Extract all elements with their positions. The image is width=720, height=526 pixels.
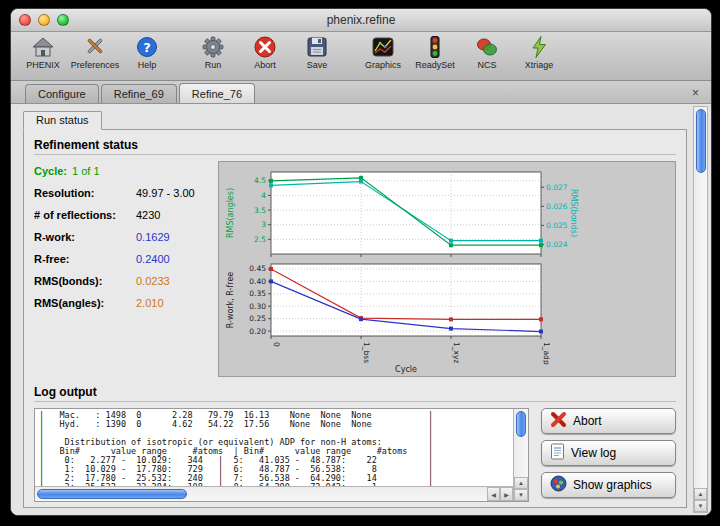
save-disk-icon (305, 35, 329, 59)
svg-text:0.30: 0.30 (249, 302, 266, 311)
stat-value: 0.1629 (136, 231, 170, 243)
abort-button[interactable]: Abort (541, 408, 676, 434)
show-graphics-button-label: Show graphics (573, 478, 652, 492)
toolbar-xtriage-button[interactable]: Xtriage (513, 34, 565, 70)
stat-label: RMS(bonds): (34, 275, 136, 287)
svg-text:0.027: 0.027 (546, 183, 568, 192)
stat-value: 1 of 1 (72, 165, 100, 177)
toolbar-label: Save (307, 60, 328, 70)
toolbar-phenix-button[interactable]: PHENIX (17, 34, 69, 70)
stat-value: 0.2400 (136, 253, 170, 265)
toolbar-preferences-button[interactable]: Preferences (69, 34, 121, 70)
svg-text:R-work, R-free: R-work, R-free (226, 272, 235, 329)
svg-text:0.35: 0.35 (249, 289, 266, 298)
log-output-box[interactable]: | Mac. : 1498 0 2.28 79.79 16.13 None No… (34, 408, 529, 502)
toolbar-ncs-button[interactable]: NCS (461, 34, 513, 70)
log-output-heading: Log output (34, 385, 676, 402)
tab-configure[interactable]: Configure (25, 84, 99, 103)
svg-text:RMS(angles): RMS(angles) (226, 188, 235, 238)
help-icon: ? (135, 35, 159, 59)
refinement-chart-panel: 2.533.544.50.0240.0250.0260.027RMS(angle… (218, 161, 676, 377)
stat-rms-angles: RMS(angles): 2.010 (34, 297, 216, 309)
svg-text:Cycle: Cycle (395, 365, 417, 374)
toolbar-save-button[interactable]: Save (291, 34, 343, 70)
main-scroll-up-button[interactable]: ▲ (694, 488, 707, 500)
titlebar: phenix.refine (11, 9, 711, 32)
toolbar-label: ReadySet (415, 60, 455, 70)
stat-label: RMS(angles): (34, 297, 136, 309)
view-log-document-icon (550, 443, 565, 463)
log-vscroll-thumb[interactable] (516, 411, 526, 437)
toolbar-graphics-button[interactable]: Graphics (357, 34, 409, 70)
toolbar-label: Xtriage (525, 60, 554, 70)
abort-icon (253, 35, 277, 59)
toolbar-label: PHENIX (26, 60, 60, 70)
abort-button-label: Abort (573, 414, 602, 428)
svg-text:0.25: 0.25 (249, 314, 266, 323)
stat-label: Resolution: (34, 187, 136, 199)
stat-label: R-free: (34, 253, 136, 265)
log-vertical-scrollbar[interactable]: ▲ ▼ (513, 409, 528, 501)
stat-value: 0.0233 (136, 275, 170, 287)
svg-text:0.026: 0.026 (546, 202, 568, 211)
main-scroll-down-button[interactable]: ▼ (694, 500, 707, 512)
preferences-tools-icon (83, 35, 107, 59)
svg-text:0.45: 0.45 (249, 264, 266, 273)
toolbar-help-button[interactable]: ? Help (121, 34, 173, 70)
log-hscroll-thumb[interactable] (37, 489, 187, 499)
ncs-icon (475, 35, 499, 59)
abort-x-icon (550, 411, 567, 431)
main-vertical-scrollbar[interactable]: ▲ ▼ (693, 106, 708, 513)
stat-r-free: R-free: 0.2400 (34, 253, 216, 265)
toolbar-label: Preferences (71, 60, 120, 70)
toolbar-label: NCS (477, 60, 496, 70)
toolbar-label: Graphics (365, 60, 401, 70)
run-status-panel: Refinement status Cycle: 1 of 1 Resoluti… (23, 129, 687, 508)
stat-label: # of reflections: (34, 209, 136, 221)
toolbar-readyset-button[interactable]: ReadySet (409, 34, 461, 70)
refinement-status-heading: Refinement status (34, 138, 676, 155)
tab-close-button[interactable]: × (688, 86, 703, 103)
toolbar-run-button[interactable]: Run (187, 34, 239, 70)
phenix-refine-window: phenix.refine PHENIX Preferences ? Help (10, 8, 712, 516)
tab-run-status[interactable]: Run status (23, 111, 102, 130)
svg-text:1_bss: 1_bss (362, 342, 371, 363)
svg-text:?: ? (143, 40, 151, 55)
content-area: Run status Refinement status Cycle: 1 of… (11, 104, 711, 516)
show-graphics-icon (550, 475, 567, 495)
svg-text:4: 4 (261, 191, 266, 200)
log-scroll-down-button[interactable]: ▼ (514, 489, 528, 501)
readyset-traffic-light-icon (423, 35, 447, 59)
stat-reflections: # of reflections: 4230 (34, 209, 216, 221)
main-vscroll-thumb[interactable] (696, 109, 706, 173)
toolbar-label: Help (138, 60, 157, 70)
log-scroll-left-button[interactable]: ◀ (487, 487, 500, 501)
refinement-area: Cycle: 1 of 1 Resolution: 49.97 - 3.00 #… (34, 161, 676, 379)
view-log-button-label: View log (571, 446, 616, 460)
toolbar-label: Run (205, 60, 222, 70)
log-scroll-right-button[interactable]: ▶ (500, 487, 513, 501)
toolbar: PHENIX Preferences ? Help Run (11, 32, 711, 81)
svg-text:1_xyz: 1_xyz (452, 342, 461, 363)
show-graphics-button[interactable]: Show graphics (541, 472, 676, 498)
svg-text:RMS(bonds): RMS(bonds) (569, 189, 578, 237)
svg-text:0: 0 (272, 342, 281, 347)
window-title: phenix.refine (11, 13, 711, 27)
stat-label: R-work: (34, 231, 136, 243)
log-scroll-up-button[interactable]: ▲ (514, 477, 528, 489)
stat-value: 2.010 (136, 297, 164, 309)
tab-refine-76[interactable]: Refine_76 (179, 83, 255, 103)
stat-rms-bonds: RMS(bonds): 0.0233 (34, 275, 216, 287)
view-log-button[interactable]: View log (541, 440, 676, 466)
log-horizontal-scrollbar[interactable]: ◀ ▶ (35, 486, 513, 501)
graphics-chart-icon (371, 35, 395, 59)
svg-text:0.20: 0.20 (249, 327, 266, 336)
toolbar-abort-button[interactable]: Abort (239, 34, 291, 70)
svg-text:0.024: 0.024 (546, 240, 568, 249)
svg-text:0.40: 0.40 (249, 277, 266, 286)
toolbar-label: Abort (254, 60, 276, 70)
log-row: | Mac. : 1498 0 2.28 79.79 16.13 None No… (34, 408, 676, 502)
screen: phenix.refine PHENIX Preferences ? Help (0, 0, 720, 526)
tab-refine-69[interactable]: Refine_69 (101, 84, 177, 103)
stat-value: 49.97 - 3.00 (136, 187, 195, 199)
